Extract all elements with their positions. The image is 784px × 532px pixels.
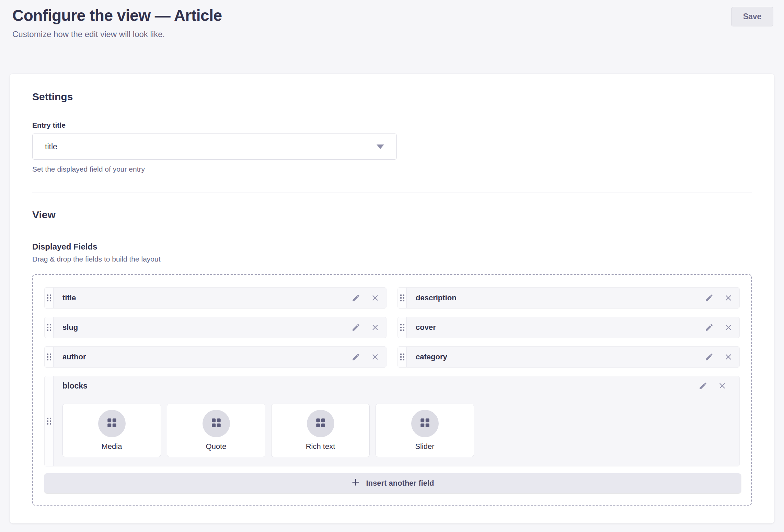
field-name: author [54,347,351,367]
field-row-cover[interactable]: cover [397,317,740,338]
dynamic-zone-components: Media Quote Rich text [62,404,733,457]
settings-heading: Settings [32,91,752,103]
component-body: blocks Media [54,376,739,466]
edit-field-button[interactable] [351,293,361,303]
edit-field-button[interactable] [704,323,714,332]
pencil-icon [705,323,714,332]
edit-field-button[interactable] [698,381,708,391]
drag-handle-icon [400,294,405,302]
component-avatar [98,410,126,437]
displayed-fields-title: Displayed Fields [32,242,752,252]
drag-handle-icon [400,353,405,361]
field-actions [351,317,386,338]
edit-field-button[interactable] [704,352,714,362]
field-row-slug[interactable]: slug [44,317,387,338]
drag-handle[interactable] [45,288,54,308]
configuration-card: Settings Entry title title Set the displ… [10,74,774,523]
field-actions [698,381,733,391]
component-avatar [411,410,439,437]
pencil-icon [351,293,360,302]
field-name: category [407,347,704,367]
component-name: Slider [415,442,434,451]
grid-blocks-icon [106,417,118,430]
field-actions [704,347,739,367]
field-name: slug [54,317,351,338]
remove-field-button[interactable] [370,293,380,303]
drag-handle-icon [47,294,51,302]
drag-handle-icon [47,324,51,331]
field-row-description[interactable]: description [397,287,740,309]
section-divider [32,193,752,193]
remove-field-button[interactable] [370,323,380,332]
component-avatar [307,410,334,437]
entry-title-select[interactable]: title [32,134,397,160]
grid-blocks-icon [210,417,222,430]
remove-field-button[interactable] [370,352,380,362]
entry-title-label: Entry title [32,121,752,129]
pencil-icon [699,381,707,390]
page-header: Configure the view — Article Customize h… [0,0,784,74]
drag-handle-icon [47,417,51,425]
pencil-icon [351,352,360,361]
remove-field-button[interactable] [724,323,733,332]
drag-handle-icon [47,353,51,361]
plus-icon [351,478,360,489]
component-name: Media [102,442,122,451]
close-icon [724,293,733,302]
field-actions [351,288,386,308]
page-subtitle: Customize how the edit view will look li… [12,30,772,39]
fields-grid: title description [44,287,740,466]
drag-handle[interactable] [45,376,54,466]
view-heading: View [32,209,752,221]
component-card-slider[interactable]: Slider [376,404,474,457]
page-title: Configure the view — Article [12,5,772,25]
close-icon [371,352,380,361]
field-row-blocks[interactable]: blocks Media [44,376,740,466]
component-header: blocks [62,381,733,391]
field-name: title [54,288,351,308]
field-actions [351,347,386,367]
remove-field-button[interactable] [724,293,733,303]
close-icon [718,381,727,390]
field-row-title[interactable]: title [44,287,387,309]
edit-field-button[interactable] [351,323,361,332]
close-icon [724,352,733,361]
fields-dropzone: title description [32,274,752,506]
edit-field-button[interactable] [351,352,361,362]
close-icon [724,323,733,332]
component-name: Rich text [306,442,335,451]
pencil-icon [705,352,714,361]
close-icon [371,293,380,302]
drag-handle[interactable] [398,288,407,308]
field-name: description [407,288,704,308]
entry-title-hint: Set the displayed field of your entry [32,165,752,173]
drag-handle-icon [400,324,405,331]
component-card-rich-text[interactable]: Rich text [271,404,370,457]
pencil-icon [705,293,714,302]
pencil-icon [351,323,360,332]
insert-another-field-button[interactable]: Insert another field [44,473,741,493]
field-name: blocks [62,381,88,391]
component-avatar [203,410,230,437]
component-card-media[interactable]: Media [62,404,161,457]
field-actions [704,288,739,308]
close-icon [371,323,380,332]
field-row-category[interactable]: category [397,346,740,368]
edit-field-button[interactable] [704,293,714,303]
field-row-author[interactable]: author [44,346,387,368]
chevron-down-icon [377,144,384,149]
drag-handle[interactable] [45,317,54,338]
remove-field-button[interactable] [724,352,733,362]
field-name: cover [407,317,704,338]
component-card-quote[interactable]: Quote [167,404,265,457]
remove-field-button[interactable] [717,381,727,391]
displayed-fields-subtitle: Drag & drop the fields to build the layo… [32,255,752,263]
component-name: Quote [206,442,227,451]
entry-title-selected-value: title [45,142,57,151]
drag-handle[interactable] [45,347,54,367]
save-button[interactable]: Save [731,7,773,26]
insert-another-field-label: Insert another field [366,479,434,488]
drag-handle[interactable] [398,347,407,367]
drag-handle[interactable] [398,317,407,338]
field-actions [704,317,739,338]
